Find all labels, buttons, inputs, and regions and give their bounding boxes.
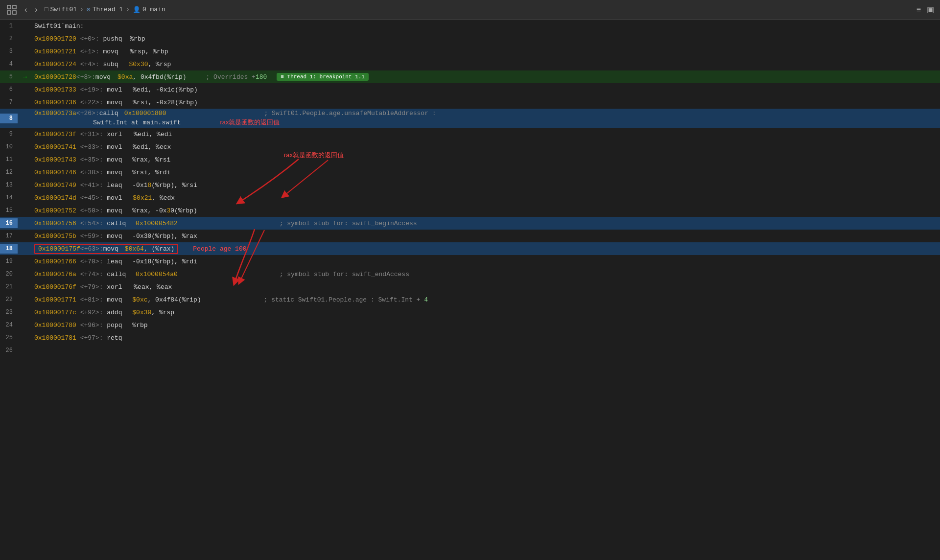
- disassembly-view[interactable]: 1 Swift01`main: 2 0x100001720 <+0>: push…: [0, 20, 940, 560]
- code-line-13: 13 0x100001749 <+41>: leaq -0x18(%rbp), …: [0, 179, 940, 191]
- code-line-17: 17 0x10000175b <+59>: movq -0x30(%rbp), …: [0, 230, 940, 242]
- code-line-16: 16 0x100001756 <+54>: callq 0x100005482 …: [0, 217, 940, 230]
- panel-button[interactable]: ▣: [927, 5, 934, 14]
- nav-buttons: ‹ ›: [22, 4, 41, 15]
- code-line-6: 6 0x100001733 <+19>: movl %edi, -0x1c(%r…: [0, 83, 940, 96]
- svg-rect-3: [13, 11, 16, 14]
- people-age-annotation: People age 100: [193, 245, 246, 253]
- code-line-26: 26: [0, 344, 940, 357]
- code-line-5: 5 → 0x100001728 <+8>: movq $0xa, 0x4fbd(…: [0, 70, 940, 83]
- annotation-rax-chinese: rax就是函数的返回值: [220, 118, 280, 127]
- menu-button[interactable]: ≡: [916, 5, 921, 14]
- grid-icon[interactable]: [6, 4, 18, 16]
- code-line-21: 21 0x10000176f <+79>: xorl %eax, %eax: [0, 280, 940, 293]
- code-line-2: 2 0x100001720 <+0>: pushq %rbp: [0, 32, 940, 45]
- code-line-4: 4 0x100001724 <+4>: subq $0x30, %rsp: [0, 58, 940, 70]
- code-line-24: 24 0x100001780 <+96>: popq %rbp: [0, 319, 940, 331]
- code-line-20: 20 0x10000176a <+74>: callq 0x1000054a0 …: [0, 268, 940, 280]
- code-line-15: 15 0x100001752 <+50>: movq %rax, -0x30(%…: [0, 204, 940, 217]
- breadcrumb: □ Swift01 › ⊙ Thread 1 › 👤 0 main: [45, 6, 165, 14]
- code-line-10: 10 0x100001741 <+33>: movl %edi, %ecx: [0, 140, 940, 153]
- code-line-11: 11 0x100001743 <+35>: movq %rax, %rsi: [0, 153, 940, 166]
- toolbar-right: ≡ ▣: [916, 5, 934, 14]
- breadcrumb-item-thread[interactable]: ⊙ Thread 1: [87, 6, 123, 14]
- code-line-25: 25 0x100001781 <+97>: retq: [0, 331, 940, 344]
- svg-rect-0: [7, 5, 11, 9]
- main-content: 1 Swift01`main: 2 0x100001720 <+0>: push…: [0, 20, 940, 560]
- code-line-9: 9 0x10000173f <+31>: xorl %edi, %edi: [0, 128, 940, 140]
- app-container: ‹ › □ Swift01 › ⊙ Thread 1 › 👤 0 main ≡ …: [0, 0, 940, 560]
- code-line-8: 8 0x10000173a <+26>: callq 0x100001800 ;…: [0, 109, 940, 128]
- svg-rect-2: [7, 11, 11, 14]
- breadcrumb-sep-1: ›: [80, 6, 84, 13]
- breakpoint-badge: ≡ Thread 1: breakpoint 1.1: [277, 73, 369, 81]
- back-button[interactable]: ‹: [22, 4, 30, 15]
- code-line-22: 22 0x100001771 <+81>: movq $0xc, 0x4f84(…: [0, 293, 940, 306]
- annotation-swift-int: Swift.Int at main.swift: [93, 119, 181, 126]
- file-icon: □: [45, 6, 48, 13]
- code-line-3: 3 0x100001721 <+1>: movq %rsp, %rbp: [0, 45, 940, 58]
- code-line-7: 7 0x100001736 <+22>: movq %rsi, -0x28(%r…: [0, 96, 940, 109]
- forward-button[interactable]: ›: [32, 4, 40, 15]
- breadcrumb-item-main[interactable]: 👤 0 main: [133, 6, 165, 14]
- svg-rect-1: [13, 5, 16, 9]
- thread-icon: ⊙: [87, 6, 91, 14]
- code-line-19: 19 0x100001766 <+70>: leaq -0x18(%rbp), …: [0, 255, 940, 268]
- person-icon: 👤: [133, 6, 141, 14]
- breadcrumb-sep-2: ›: [126, 6, 130, 13]
- red-box-highlight: 0x10000175f <+63>: movq $0x64, (%rax): [34, 244, 178, 254]
- code-line-12: 12 0x100001746 <+38>: movq %rsi, %rdi: [0, 166, 940, 179]
- breadcrumb-item-swift01[interactable]: □ Swift01: [45, 6, 77, 13]
- code-line-14: 14 0x10000174d <+45>: movl $0x21, %edx: [0, 191, 940, 204]
- toolbar: ‹ › □ Swift01 › ⊙ Thread 1 › 👤 0 main ≡ …: [0, 0, 940, 20]
- code-line-23: 23 0x10000177c <+92>: addq $0x30, %rsp: [0, 306, 940, 319]
- code-line-1: 1 Swift01`main:: [0, 20, 940, 32]
- function-title: Swift01`main:: [34, 23, 84, 30]
- code-line-18: 18 0x10000175f <+63>: movq $0x64, (%rax)…: [0, 242, 940, 255]
